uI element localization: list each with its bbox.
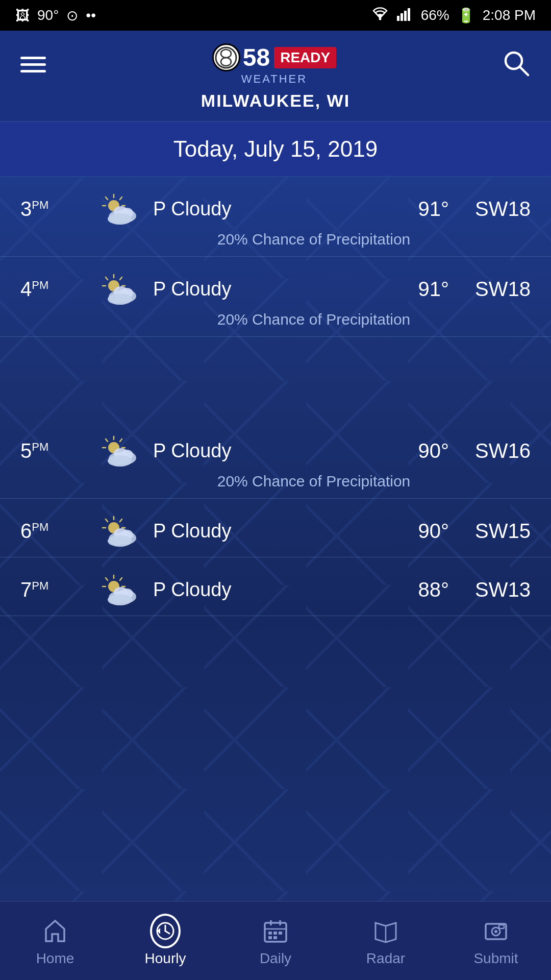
daily-label: Daily	[260, 950, 291, 967]
weather-condition-icon	[97, 572, 143, 607]
svg-line-34	[106, 439, 108, 442]
temperature-label: 90°	[393, 520, 449, 543]
condition-label: P Cloudy	[153, 579, 383, 601]
weather-row: 6PM P Cloudy 90° SW1	[0, 499, 551, 557]
weather-sublabel: WEATHER	[241, 72, 307, 86]
wind-label: SW13	[459, 578, 531, 601]
time-label: 3PM	[20, 198, 87, 220]
nav-item-submit[interactable]: Submit	[455, 916, 537, 967]
nav-item-radar[interactable]: Radar	[345, 916, 427, 967]
time-display: 2:08 PM	[483, 7, 536, 23]
weather-row: 5PM P Cloudy 90° SW1	[0, 419, 551, 499]
condition-label: P Cloudy	[153, 520, 383, 542]
svg-point-6	[221, 50, 231, 58]
svg-point-42	[108, 455, 132, 467]
wind-label: SW16	[459, 439, 531, 462]
battery-icon: 🔋	[457, 7, 475, 24]
nav-item-daily[interactable]: Daily	[235, 916, 316, 967]
app-logo: 58 READY WEATHER	[212, 43, 336, 86]
svg-point-80	[494, 930, 497, 933]
wifi-icon	[371, 7, 389, 24]
wind-label: SW18	[459, 198, 531, 220]
location-label: MILWAUKEE, WI	[201, 91, 350, 111]
svg-line-12	[106, 197, 108, 200]
svg-point-31	[108, 293, 132, 305]
hourly-label: Hourly	[145, 950, 186, 967]
app-header: 58 READY WEATHER MILWAUKEE, WI	[0, 31, 551, 122]
daily-icon	[260, 916, 291, 946]
photo-icon: 🖼	[15, 7, 30, 24]
temperature-label: 91°	[393, 278, 449, 301]
svg-line-22	[120, 277, 122, 280]
date-text: Today, July 15, 2019	[173, 136, 378, 161]
precipitation-text: 20% Chance of Precipitation	[20, 473, 531, 490]
dots-icon: ••	[86, 7, 96, 23]
sync-icon: ⊙	[66, 7, 78, 24]
weather-row: 3PM P Cloudy 91° SW1	[0, 177, 551, 257]
time-label: 7PM	[20, 578, 87, 601]
home-label: Home	[36, 950, 74, 967]
temperature-label: 88°	[393, 578, 449, 601]
ready-badge: READY	[274, 47, 336, 68]
battery-status: 66%	[421, 7, 449, 23]
menu-button[interactable]	[20, 57, 46, 72]
wind-label: SW15	[459, 520, 531, 543]
svg-line-33	[120, 439, 122, 442]
svg-line-44	[120, 519, 122, 522]
home-icon	[40, 916, 70, 946]
svg-rect-76	[273, 936, 277, 939]
signal-icon	[397, 7, 413, 24]
svg-rect-4	[408, 8, 410, 21]
search-button[interactable]	[503, 50, 531, 80]
status-right-icons: 66% 🔋 2:08 PM	[371, 7, 536, 24]
temperature-label: 91°	[393, 198, 449, 220]
date-header: Today, July 15, 2019	[0, 122, 551, 177]
nav-item-hourly[interactable]: Hourly	[124, 916, 206, 967]
weather-condition-icon	[97, 191, 143, 227]
svg-line-56	[106, 578, 108, 580]
weather-row: 4PM P Cloudy 91° SW1	[0, 257, 551, 337]
svg-rect-2	[400, 13, 403, 21]
precipitation-text: 20% Chance of Precipitation	[20, 311, 531, 328]
svg-rect-73	[273, 932, 277, 935]
svg-line-9	[520, 67, 528, 75]
weather-rows-container: 3PM P Cloudy 91° SW1	[0, 177, 551, 616]
submit-icon	[481, 916, 511, 946]
wind-label: SW18	[459, 278, 531, 301]
weather-row: 7PM P Cloudy 88° SW1	[0, 557, 551, 616]
channel-number: 58	[243, 43, 270, 71]
svg-line-45	[106, 519, 108, 522]
svg-point-20	[108, 213, 132, 225]
svg-point-64	[108, 594, 132, 605]
condition-label: P Cloudy	[153, 278, 383, 300]
status-text: 90°	[37, 7, 59, 23]
condition-label: P Cloudy	[153, 440, 383, 462]
radar-label: Radar	[366, 950, 405, 967]
svg-line-23	[106, 277, 108, 280]
cbs-logo	[212, 43, 240, 71]
time-label: 5PM	[20, 439, 87, 462]
weather-condition-icon	[97, 513, 143, 549]
svg-point-53	[108, 535, 132, 547]
condition-label: P Cloudy	[153, 198, 383, 220]
svg-rect-3	[404, 11, 407, 21]
svg-rect-81	[499, 925, 504, 928]
nav-item-home[interactable]: Home	[14, 916, 96, 967]
svg-rect-74	[279, 932, 282, 935]
submit-label: Submit	[473, 950, 518, 967]
temperature-label: 90°	[393, 439, 449, 462]
weather-condition-icon	[97, 433, 143, 469]
time-label: 4PM	[20, 278, 87, 301]
svg-point-7	[221, 58, 231, 66]
svg-line-11	[120, 197, 122, 200]
svg-line-55	[120, 578, 122, 580]
time-label: 6PM	[20, 520, 87, 543]
svg-line-67	[165, 931, 169, 934]
status-bar: 🖼 90° ⊙ •• 66% 🔋 2:08 PM	[0, 0, 551, 31]
svg-rect-1	[397, 16, 399, 21]
status-left-icons: 🖼 90° ⊙ ••	[15, 7, 96, 24]
precipitation-text: 20% Chance of Precipitation	[20, 231, 531, 248]
svg-rect-72	[268, 932, 272, 935]
svg-point-0	[379, 17, 381, 20]
weather-condition-icon	[97, 271, 143, 307]
